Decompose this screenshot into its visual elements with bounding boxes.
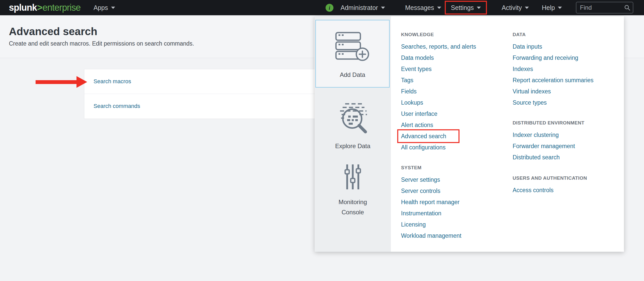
menu-link-tags[interactable]: Tags — [401, 75, 508, 86]
menu-link-workload-management[interactable]: Workload management — [401, 230, 508, 241]
activity-menu[interactable]: Activity — [502, 0, 529, 15]
menu-link-indexes[interactable]: Indexes — [513, 63, 619, 75]
help-menu[interactable]: Help — [542, 0, 562, 15]
menu-link-health-report-manager[interactable]: Health report manager — [401, 196, 508, 208]
find-input[interactable] — [576, 2, 633, 13]
section-header-knowledge: KNOWLEDGE — [401, 31, 508, 38]
chevron-down-icon — [437, 7, 441, 9]
system-links: Server settings Server controls Health r… — [401, 174, 508, 241]
chevron-down-icon — [477, 7, 481, 9]
menu-link-forwarder-management[interactable]: Forwarder management — [513, 140, 619, 152]
splunk-logo[interactable]: splunk>enterprise — [9, 0, 81, 15]
section-header-data: DATA — [513, 31, 619, 38]
knowledge-links: Searches, reports, and alerts Data model… — [401, 41, 508, 153]
help-label: Help — [542, 4, 555, 11]
activity-label: Activity — [502, 4, 522, 11]
find-search — [576, 2, 633, 13]
explore-data-item[interactable]: Explore Data — [315, 102, 391, 151]
explore-data-label: Explore Data — [335, 141, 371, 151]
menu-link-fields[interactable]: Fields — [401, 86, 508, 97]
menu-link-report-acceleration-summaries[interactable]: Report acceleration summaries — [513, 75, 619, 86]
apps-menu[interactable]: Apps — [94, 0, 115, 15]
explore-data-icon — [335, 102, 371, 135]
administrator-menu[interactable]: Administrator — [341, 0, 385, 15]
menu-link-lookups[interactable]: Lookups — [401, 97, 508, 108]
monitoring-console-label: Monitoring Console — [331, 197, 374, 217]
menu-link-advanced-search-highlighted[interactable]: Advanced search — [401, 131, 508, 142]
menu-link-alert-actions[interactable]: Alert actions — [401, 119, 508, 131]
chevron-down-icon — [111, 7, 115, 9]
menu-column-knowledge-system: KNOWLEDGE Searches, reports, and alerts … — [401, 16, 508, 241]
chevron-down-icon — [525, 7, 529, 9]
chevron-down-icon — [558, 7, 562, 9]
menu-link-searches-reports-alerts[interactable]: Searches, reports, and alerts — [401, 41, 508, 52]
menu-link-data-models[interactable]: Data models — [401, 52, 508, 63]
menu-link-instrumentation[interactable]: Instrumentation — [401, 208, 508, 219]
red-arrow-annotation — [36, 80, 77, 84]
topbar: splunk>enterprise Apps i Administrator M… — [0, 0, 644, 15]
settings-menu-highlighted[interactable]: Settings — [445, 1, 487, 15]
chevron-down-icon — [381, 7, 385, 9]
administrator-label: Administrator — [341, 4, 378, 11]
add-data-label: Add Data — [340, 70, 365, 80]
messages-menu[interactable]: Messages — [405, 0, 441, 15]
logo-brand: splunk — [9, 2, 37, 13]
monitoring-console-icon — [344, 164, 361, 190]
monitoring-console-item[interactable]: Monitoring Console — [315, 164, 391, 217]
add-data-icon — [335, 32, 370, 62]
apps-label: Apps — [94, 4, 108, 11]
menu-link-data-inputs[interactable]: Data inputs — [513, 41, 619, 52]
messages-label: Messages — [405, 4, 434, 11]
info-glyph: i — [329, 5, 330, 11]
advanced-search-label: Advanced search — [401, 133, 446, 139]
distributed-links: Indexer clustering Forwarder management … — [513, 129, 619, 163]
settings-label: Settings — [451, 4, 474, 11]
menu-link-server-settings[interactable]: Server settings — [401, 174, 508, 185]
users-links: Access controls — [513, 185, 619, 196]
menu-column-data-distributed-users: DATA Data inputs Forwarding and receivin… — [513, 16, 619, 196]
menu-link-forwarding-and-receiving[interactable]: Forwarding and receiving — [513, 52, 619, 63]
red-arrow-head — [76, 76, 87, 88]
menu-link-virtual-indexes[interactable]: Virtual indexes — [513, 86, 619, 97]
section-header-users-and-authentication: USERS AND AUTHENTICATION — [513, 174, 619, 182]
section-header-system: SYSTEM — [401, 164, 508, 172]
menu-link-distributed-search[interactable]: Distributed search — [513, 152, 619, 163]
menu-link-source-types[interactable]: Source types — [513, 97, 619, 108]
menu-link-all-configurations[interactable]: All configurations — [401, 142, 508, 153]
data-links: Data inputs Forwarding and receiving Ind… — [513, 41, 619, 108]
menu-icon-column: Add Data — [315, 16, 391, 252]
info-icon[interactable]: i — [326, 4, 333, 12]
add-data-tile[interactable]: Add Data — [315, 20, 390, 88]
logo-gt: > — [37, 2, 42, 13]
logo-product: enterprise — [42, 2, 81, 13]
menu-link-access-controls[interactable]: Access controls — [513, 185, 619, 196]
splunk-enterprise-screen: splunk>enterprise Apps i Administrator M… — [0, 0, 644, 281]
settings-dropdown-menu: Add Data — [315, 16, 624, 252]
section-header-distributed-environment: DISTRIBUTED ENVIRONMENT — [513, 119, 619, 127]
menu-link-server-controls[interactable]: Server controls — [401, 185, 508, 196]
menu-link-licensing[interactable]: Licensing — [401, 219, 508, 230]
menu-link-user-interface[interactable]: User interface — [401, 108, 508, 119]
menu-link-event-types[interactable]: Event types — [401, 63, 508, 75]
menu-link-indexer-clustering[interactable]: Indexer clustering — [513, 129, 619, 140]
